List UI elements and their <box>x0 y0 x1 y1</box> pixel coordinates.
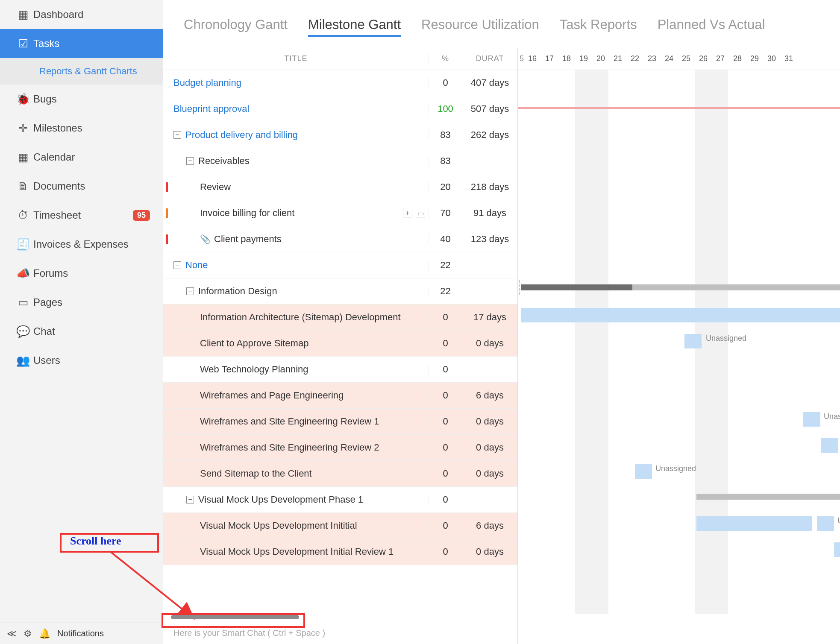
sidebar-item-chat[interactable]: 💬 Chat <box>0 317 163 346</box>
sidebar-item-invoices[interactable]: 🧾 Invoices & Expenses <box>0 230 163 259</box>
chat-icon: 💬 <box>13 325 33 338</box>
table-row[interactable]: Client to Approve Sitemap00 days <box>163 331 517 357</box>
table-row[interactable]: Wireframes and Site Engineering Review 2… <box>163 435 517 461</box>
sidebar-item-documents[interactable]: 🗎 Documents <box>0 172 163 201</box>
milestones-icon: ✛ <box>13 122 33 135</box>
table-row[interactable]: Send Sitemap to the Client00 days <box>163 461 517 487</box>
date-cell: 31 <box>780 54 797 63</box>
date-cell: 26 <box>695 54 712 63</box>
date-cell: 29 <box>746 54 763 63</box>
table-row[interactable]: −None22 <box>163 252 517 278</box>
collapse-sidebar-icon[interactable]: ≪ <box>7 628 17 639</box>
gantt-task-bar[interactable] <box>817 516 834 531</box>
row-duration: 123 days <box>462 234 517 245</box>
annotation-text: Scroll here <box>70 535 121 547</box>
attachment-icon[interactable]: 📎 <box>200 234 211 244</box>
table-row[interactable]: Wireframes and Site Engineering Review 1… <box>163 409 517 435</box>
sidebar-item-pages[interactable]: ▭ Pages <box>0 288 163 317</box>
row-percent: 0 <box>429 312 462 323</box>
gantt-chart[interactable]: 5 16171819202122232425262728293031 <box>518 48 840 644</box>
row-percent: 83 <box>429 155 462 167</box>
table-row[interactable]: −Product delivery and billing83262 days <box>163 122 517 148</box>
table-row[interactable]: −Information Design22 <box>163 278 517 304</box>
table-row[interactable]: Information Architecture (Sitemap) Devel… <box>163 304 517 331</box>
users-icon: 👥 <box>13 354 33 367</box>
gantt-task-bar[interactable] <box>521 308 840 322</box>
tab-milestone-gantt[interactable]: Milestone Gantt <box>308 17 401 37</box>
tabs: Chronology Gantt Milestone Gantt Resourc… <box>163 0 840 48</box>
gantt-summary-bar[interactable] <box>521 284 632 290</box>
table-row[interactable]: Web Technology Planning0 <box>163 357 517 383</box>
sidebar-item-label: Users <box>33 354 60 366</box>
date-cell: 20 <box>592 54 609 63</box>
gantt-task-bar[interactable] <box>803 412 820 427</box>
date-cell: 22 <box>626 54 643 63</box>
sidebar-item-dashboard[interactable]: ▦ Dashboard <box>0 0 163 29</box>
sidebar-item-milestones[interactable]: ✛ Milestones <box>0 114 163 143</box>
dashboard-icon: ▦ <box>13 8 33 21</box>
table-row[interactable]: 📎Client payments40123 days <box>163 226 517 252</box>
column-title[interactable]: TITLE <box>163 54 429 63</box>
sidebar-item-bugs[interactable]: 🐞 Bugs <box>0 85 163 114</box>
date-cell: 16 <box>524 54 541 63</box>
bell-icon[interactable]: 🔔 <box>39 628 50 639</box>
table-row[interactable]: Visual Mock Ups Development Initial Revi… <box>163 539 517 565</box>
gantt-bar-blueprint[interactable] <box>518 107 840 109</box>
sidebar-item-timesheet[interactable]: ⏱ Timesheet 95 <box>0 201 163 230</box>
column-duration[interactable]: DURAT <box>462 54 517 63</box>
table-row[interactable]: Visual Mock Ups Development Inititial06 … <box>163 513 517 539</box>
sidebar-subitem-label: Reports & Gantt Charts <box>39 66 137 77</box>
gantt-task-bar[interactable] <box>821 438 838 453</box>
collapse-icon[interactable]: − <box>173 261 181 269</box>
sidebar-subitem-reports-gantt[interactable]: Reports & Gantt Charts <box>0 58 163 85</box>
table-row[interactable]: Wireframes and Page Engineering06 days <box>163 383 517 409</box>
tab-chronology-gantt[interactable]: Chronology Gantt <box>184 17 288 37</box>
table-row[interactable]: Invoice billing for client+▭7091 days <box>163 200 517 226</box>
tab-task-reports[interactable]: Task Reports <box>560 17 637 37</box>
sidebar-item-label: Calendar <box>33 151 75 163</box>
add-subtask-button[interactable]: + <box>403 209 412 217</box>
gantt-summary-bar[interactable] <box>696 494 840 500</box>
sidebar-item-calendar[interactable]: ▦ Calendar <box>0 143 163 172</box>
table-row[interactable]: Blueprint approval100507 days <box>163 96 517 122</box>
sidebar-item-users[interactable]: 👥 Users <box>0 346 163 375</box>
notifications-label[interactable]: Notifications <box>57 629 104 638</box>
sidebar-item-tasks[interactable]: ☑ Tasks <box>0 29 163 58</box>
table-row[interactable]: Budget planning0407 days <box>163 70 517 96</box>
date-scale: 5 16171819202122232425262728293031 <box>518 48 840 70</box>
settings-gear-icon[interactable]: ⚙ <box>23 628 32 639</box>
gantt-task-bar[interactable] <box>684 334 702 348</box>
row-title: Information Architecture (Sitemap) Devel… <box>200 312 401 323</box>
tab-planned-vs-actual[interactable]: Planned Vs Actual <box>658 17 765 37</box>
collapse-icon[interactable]: − <box>186 496 194 503</box>
row-percent: 0 <box>429 416 462 427</box>
row-details-button[interactable]: ▭ <box>416 209 425 217</box>
collapse-icon[interactable]: − <box>186 287 194 295</box>
row-duration: 407 days <box>462 77 517 88</box>
sidebar-item-label: Dashboard <box>33 9 83 20</box>
gantt-start-marker <box>519 280 520 295</box>
collapse-icon[interactable]: − <box>186 157 194 165</box>
row-duration: 218 days <box>462 181 517 193</box>
gantt-task-bar[interactable] <box>834 542 840 557</box>
tab-resource-utilization[interactable]: Resource Utilization <box>421 17 539 37</box>
gantt-task-bar[interactable] <box>635 464 652 479</box>
row-percent: 0 <box>429 520 462 531</box>
gantt-summary-bar[interactable] <box>632 284 840 290</box>
gantt-task-bar[interactable] <box>696 516 812 531</box>
row-percent: 0 <box>429 494 462 505</box>
date-cell: 27 <box>712 54 729 63</box>
table-row[interactable]: −Receivables83 <box>163 148 517 174</box>
row-percent: 22 <box>429 286 462 297</box>
row-title: Visual Mock Ups Development Phase 1 <box>198 494 363 505</box>
row-title: Send Sitemap to the Client <box>200 468 312 479</box>
invoices-icon: 🧾 <box>13 238 33 251</box>
column-percent[interactable]: % <box>429 54 462 63</box>
collapse-icon[interactable]: − <box>173 131 181 139</box>
sidebar-item-forums[interactable]: 📣 Forums <box>0 259 163 288</box>
row-percent: 0 <box>429 546 462 557</box>
table-row[interactable]: Review20218 days <box>163 174 517 200</box>
table-row[interactable]: −Visual Mock Ups Development Phase 10 <box>163 487 517 513</box>
smart-chat-hint[interactable]: Here is your Smart Chat ( Ctrl + Space ) <box>173 628 325 638</box>
date-cell: 23 <box>643 54 661 63</box>
